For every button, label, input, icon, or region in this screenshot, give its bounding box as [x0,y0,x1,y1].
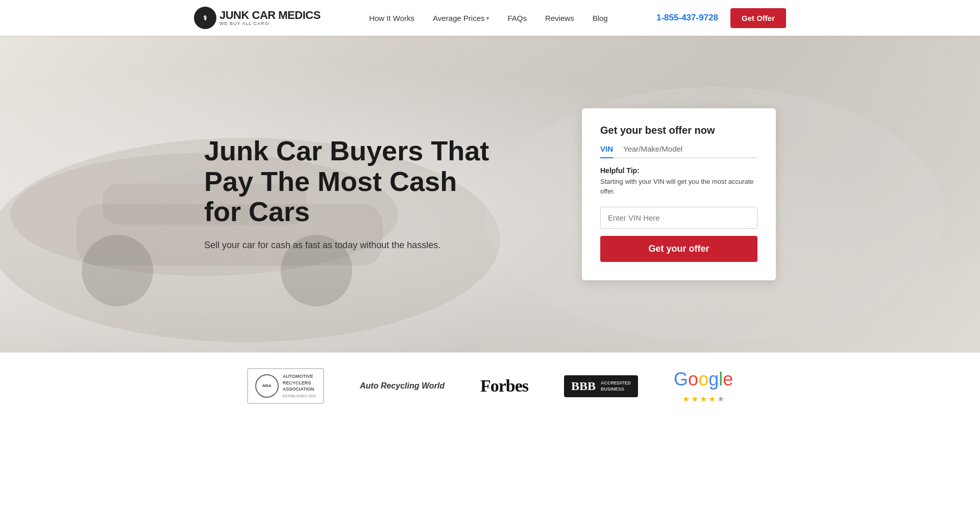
star-3: ★ [700,394,707,404]
svg-text:⚕: ⚕ [203,14,207,22]
nav-faqs[interactable]: FAQs [507,14,527,22]
hero-section: Junk Car Buyers That Pay The Most Cash f… [0,36,980,352]
svg-point-6 [82,235,153,306]
logo-text-block: JUNK CAR MEDICS WE BUY ALL CARS! [219,9,321,27]
offer-card-title: Get your best offer now [600,125,757,136]
ara-text: AUTOMOTIVERECYCLERSASSOCIATION ESTABLISH… [283,373,316,399]
auto-recycling-world-logo: Auto Recycling World [360,381,445,391]
offer-card: Get your best offer now VIN Year/Make/Mo… [582,108,776,280]
offer-tabs: VIN Year/Make/Model [600,144,757,158]
hero-headline: Junk Car Buyers That Pay The Most Cash f… [204,136,490,227]
nav-reviews[interactable]: Reviews [545,14,574,22]
header-right: 1-855-437-9728 Get Offer [656,8,786,28]
helpful-tip-text: Starting with your VIN will get you the … [600,177,757,197]
bbb-text: ACCREDITED BUSINESS [601,380,631,393]
logo-icon: ⚕ [194,7,216,29]
hero-subtext: Sell your car for cash as fast as today … [204,238,490,252]
star-4: ★ [708,394,716,404]
site-header: ⚕ JUNK CAR MEDICS WE BUY ALL CARS! How I… [0,0,980,36]
trust-bar: ARA AUTOMOTIVERECYCLERSASSOCIATION ESTAB… [0,352,980,419]
forbes-logo: Forbes [480,376,528,396]
nav-how-it-works[interactable]: How It Works [369,14,414,22]
nav-blog[interactable]: Blog [593,14,608,22]
star-5: ★ [717,394,724,404]
phone-number[interactable]: 1-855-437-9728 [656,13,718,23]
logo[interactable]: ⚕ JUNK CAR MEDICS WE BUY ALL CARS! [194,7,321,29]
tab-year-make-model[interactable]: Year/Make/Model [623,144,682,158]
google-logo: Google ★ ★ ★ ★ ★ [674,369,733,404]
arw-text: Auto Recycling World [360,381,445,391]
helpful-tip-label: Helpful Tip: [600,166,757,175]
star-2: ★ [691,394,698,404]
vin-input[interactable] [600,207,757,229]
hero-left: Junk Car Buyers That Pay The Most Cash f… [204,136,490,252]
get-offer-submit-button[interactable]: Get your offer [600,236,757,262]
trust-bar-inner: ARA AUTOMOTIVERECYCLERSASSOCIATION ESTAB… [184,368,796,404]
header-get-offer-button[interactable]: Get Offer [730,8,786,28]
forbes-text: Forbes [480,376,528,396]
main-nav: How It Works Average Prices ▾ FAQs Revie… [369,14,608,22]
hero-inner: Junk Car Buyers That Pay The Most Cash f… [184,108,796,280]
logo-sub-text: WE BUY ALL CARS! [219,21,321,27]
bbb-logo: BBB ACCREDITED BUSINESS [564,375,638,397]
tab-vin[interactable]: VIN [600,144,613,158]
nav-average-prices[interactable]: Average Prices ▾ [433,14,489,22]
chevron-down-icon: ▾ [486,15,489,21]
bbb-seal-icon: BBB [571,379,596,393]
google-wordmark: Google [674,369,733,390]
star-1: ★ [682,394,690,404]
ara-logo: ARA AUTOMOTIVERECYCLERSASSOCIATION ESTAB… [247,368,324,404]
logo-main-text: JUNK CAR MEDICS [219,9,321,21]
ara-circle: ARA [255,374,279,398]
google-stars: ★ ★ ★ ★ ★ [682,394,724,404]
